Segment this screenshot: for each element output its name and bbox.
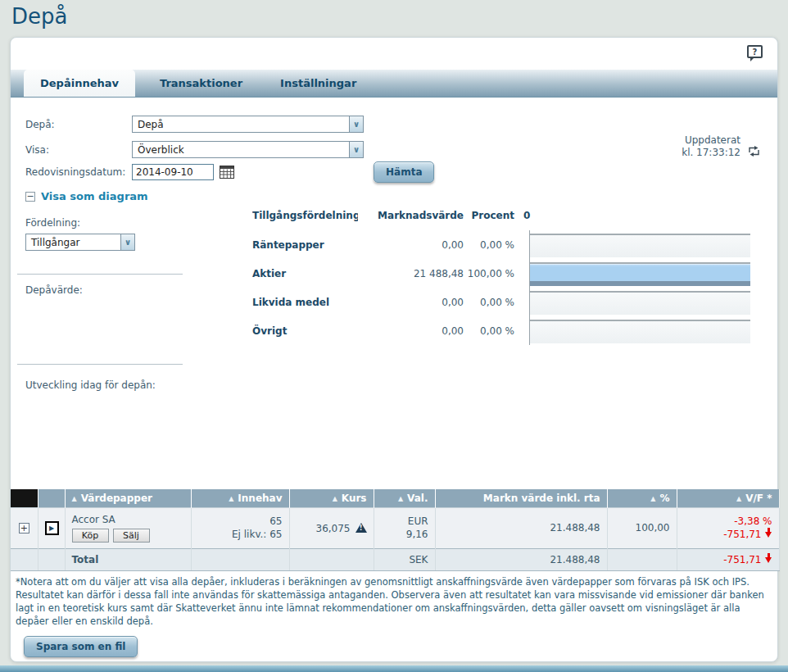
- chart-row-label: Likvida medel: [252, 288, 358, 317]
- holding-note: Ej likv.: 65: [198, 528, 283, 541]
- total-row: Total SEK 21.488,48 -751,71: [11, 548, 779, 570]
- diagram-toggle[interactable]: − Visa som diagram: [25, 190, 148, 202]
- bar-track: [529, 262, 750, 286]
- bar-fill: [529, 264, 750, 286]
- chart-row-value: 0,00: [358, 231, 464, 260]
- sort-asc-icon: ▲: [72, 495, 77, 502]
- table-row: + ▶ Accor SA KöpSälj 65 Ej likv.: 65 36,…: [11, 507, 779, 548]
- account-select-label: Depå:: [25, 119, 55, 130]
- updated-label: Uppdaterat: [682, 134, 740, 147]
- sort-asc-icon: ▲: [650, 495, 655, 502]
- allocation-select-label: Fördelning:: [25, 217, 80, 229]
- column-header-percent[interactable]: ▲%: [607, 489, 677, 507]
- total-currency: SEK: [374, 548, 435, 570]
- buy-button[interactable]: Köp: [72, 529, 109, 543]
- date-input[interactable]: [132, 164, 214, 180]
- chevron-down-icon: ∨: [349, 142, 363, 157]
- percent-value: 100,00: [607, 507, 677, 548]
- account-select[interactable]: Depå ∨: [132, 116, 364, 133]
- chart-row-percent: 0,00 %: [464, 231, 514, 260]
- chart-row-percent: 0,00 %: [464, 317, 514, 346]
- sort-asc-icon: ▲: [736, 495, 741, 502]
- updated-status: Uppdaterat kl. 17:33:12: [682, 134, 761, 159]
- chart-row-value: 0,00: [358, 317, 464, 346]
- market-value: 21.488,48: [435, 507, 607, 548]
- chart-row-label: Övrigt: [252, 317, 358, 346]
- chart-header-value: Marknadsvärde: [358, 207, 464, 231]
- column-header-market-value[interactable]: Markn värde inkl. rta: [435, 489, 607, 507]
- header-empty-cell: [38, 489, 65, 507]
- main-panel: ? Depåinnehav Transaktioner Inställninga…: [10, 37, 778, 662]
- chart-row-value: 0,00: [358, 288, 464, 317]
- bar-track: [529, 320, 750, 343]
- down-arrow-icon: [765, 528, 772, 538]
- chart-row-percent: 0,00 %: [464, 288, 514, 317]
- chevron-down-icon: ∨: [120, 234, 134, 250]
- column-header-profit[interactable]: ▲V/F *: [677, 489, 779, 507]
- chevron-down-icon: ∨: [349, 116, 363, 132]
- currency-code: EUR: [381, 515, 428, 528]
- security-name: Accor SA: [72, 514, 184, 525]
- calendar-icon[interactable]: [220, 166, 234, 179]
- down-arrow-icon: [765, 553, 772, 563]
- allocation-select[interactable]: Tillgångar ∨: [25, 234, 135, 251]
- expand-row-icon[interactable]: +: [19, 523, 29, 534]
- date-field-label: Redovisningsdatum:: [25, 166, 125, 178]
- chart-row-label: Räntepapper: [252, 231, 358, 260]
- total-market-value: 21.488,48: [435, 548, 607, 570]
- chart-header-category: Tillgångsfördelning: [252, 207, 358, 231]
- header-corner-cell: [11, 489, 38, 507]
- save-file-button[interactable]: Spara som en fil: [24, 636, 138, 657]
- column-header-security[interactable]: ▲Värdepapper: [65, 489, 191, 507]
- chart-row-value: 21 488,48: [358, 260, 464, 288]
- today-development-label: Utveckling idag för depån:: [25, 379, 156, 391]
- fetch-button[interactable]: Hämta: [374, 161, 434, 183]
- profit-value: -751,71: [723, 529, 761, 540]
- chart-row-percent: 100,00 %: [464, 260, 514, 288]
- bar-track: [529, 291, 750, 315]
- column-header-holding[interactable]: ▲Innehav: [191, 489, 289, 507]
- column-header-currency[interactable]: ▲Val.: [374, 489, 435, 507]
- sort-asc-icon: ▲: [398, 495, 403, 502]
- divider: [17, 274, 183, 275]
- divider: [17, 364, 183, 365]
- bottom-bar: [0, 665, 788, 672]
- view-select[interactable]: Överblick ∨: [132, 141, 364, 158]
- view-select-label: Visa:: [25, 144, 49, 156]
- collapse-icon: −: [25, 192, 35, 202]
- profit-percent: -3,38 %: [684, 515, 772, 528]
- chart-header-percent: Procent: [464, 207, 514, 231]
- axis-zero-label: 0: [523, 210, 530, 221]
- sell-button[interactable]: Sälj: [113, 529, 150, 543]
- allocation-chart: Tillgångsfördelning Marknadsvärde Procen…: [252, 207, 768, 346]
- axis-line: [529, 230, 530, 345]
- total-label: Total: [65, 548, 191, 570]
- fx-rate: 9,16: [381, 528, 428, 541]
- price-value: 36,075: [316, 523, 351, 534]
- holdings-table: ▲Värdepapper ▲Innehav ▲Kurs ▲Val. Markn …: [11, 489, 780, 571]
- sort-asc-icon: ▲: [229, 495, 233, 502]
- holding-quantity: 65: [198, 515, 283, 528]
- refresh-icon[interactable]: [747, 144, 761, 158]
- total-profit-value: -751,71: [723, 554, 761, 565]
- tab-content: Depå: Depå ∨ Visa: Överblick ∨ Redovisni…: [11, 38, 777, 661]
- warning-icon[interactable]: !: [356, 523, 367, 533]
- sort-asc-icon: ▲: [333, 495, 337, 502]
- updated-time: kl. 17:33:12: [682, 147, 740, 159]
- footnote-text: *Notera att om du väljer att visa alla d…: [16, 576, 776, 628]
- chart-row-label: Aktier: [252, 260, 358, 288]
- column-header-price[interactable]: ▲Kurs: [289, 489, 374, 507]
- row-detail-arrow-icon[interactable]: ▶: [45, 521, 59, 535]
- page-title: Depå: [11, 4, 67, 29]
- bar-track: [529, 234, 750, 257]
- account-value-label: Depåvärde:: [25, 284, 83, 296]
